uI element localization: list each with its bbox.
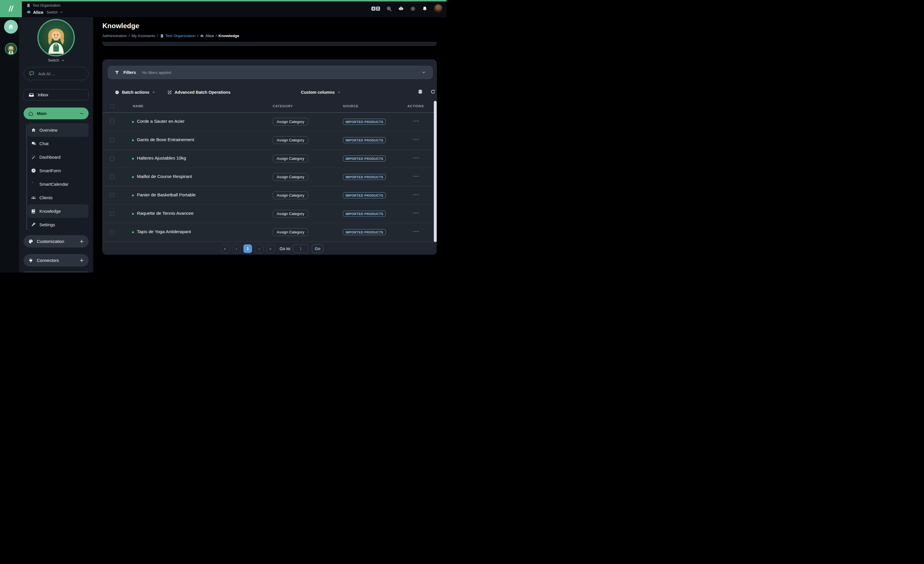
assistant-avatar-illustration <box>6 43 16 54</box>
chevron-down-icon[interactable] <box>60 10 63 14</box>
sidebar-item-label: Clients <box>39 195 52 200</box>
breadcrumb-alice[interactable]: Alice <box>200 34 214 38</box>
pagination-last-button[interactable]: » <box>266 244 275 253</box>
row-actions-button[interactable]: ••• <box>413 229 420 234</box>
row-name[interactable]: Corde a Sauter en Acier <box>137 119 184 124</box>
topbar: Test Organization Alice Switch A文 <box>0 0 447 17</box>
theme-toggle-sun-icon[interactable] <box>410 6 416 12</box>
expand-plus-icon[interactable] <box>80 239 84 244</box>
sidebar-item-inbox[interactable]: Inbox <box>24 89 88 100</box>
robot-icon <box>200 34 204 38</box>
go-button[interactable]: Go <box>312 244 323 253</box>
sidebar-item-label: SmartForm <box>39 168 61 173</box>
custom-columns-button[interactable]: Custom columns <box>301 90 340 94</box>
assign-category-button[interactable]: Assign Category <box>273 210 308 218</box>
status-dot <box>132 176 134 178</box>
assistant-switch-label[interactable]: Switch <box>46 10 57 14</box>
assistant-row[interactable]: Alice Switch <box>27 9 63 15</box>
pagination-next-button[interactable]: › <box>255 244 264 253</box>
assistant-robot-icon[interactable] <box>398 6 404 12</box>
assign-category-button[interactable]: Assign Category <box>273 191 308 199</box>
filters-label: Filters <box>123 70 136 75</box>
sidebar-item-label: Settings <box>39 222 55 227</box>
sidebar-item-settings[interactable]: Settings <box>28 218 88 231</box>
row-checkbox[interactable] <box>110 193 114 197</box>
row-actions-button[interactable]: ••• <box>413 156 420 160</box>
refresh-icon[interactable] <box>430 89 435 96</box>
expand-plus-icon[interactable] <box>80 258 84 263</box>
row-actions-button[interactable]: ••• <box>413 119 420 123</box>
row-name[interactable]: Panier de Basketball Portable <box>137 192 196 197</box>
column-header-name: NAME <box>133 104 144 108</box>
source-badge: IMPORTED PRODUCTS <box>343 119 386 125</box>
row-name[interactable]: Gants de Boxe Entrainement <box>137 137 194 142</box>
zoom-icon[interactable] <box>386 6 392 12</box>
sidebar-section-main[interactable]: Main <box>24 108 88 119</box>
pagination-page-1-button[interactable]: 1 <box>243 244 252 253</box>
top-accent-bar <box>0 0 447 1</box>
row-checkbox[interactable] <box>110 120 114 124</box>
pagination-first-button[interactable]: « <box>220 244 229 253</box>
row-checkbox[interactable] <box>110 230 114 234</box>
row-actions-button[interactable]: ••• <box>413 211 420 215</box>
row-name[interactable]: Tapis de Yoga Antiderapant <box>137 229 191 234</box>
breadcrumb-test-organization[interactable]: Test Organization <box>160 34 196 38</box>
table-scrollbar[interactable] <box>434 101 436 242</box>
assistant-avatar[interactable] <box>38 19 75 56</box>
app-logo[interactable] <box>0 0 22 17</box>
rail-assistant-avatar[interactable] <box>5 43 17 55</box>
row-actions-button[interactable]: ••• <box>413 193 420 197</box>
row-name[interactable]: Raquette de Tennis Avancee <box>137 211 194 216</box>
batch-actions-button[interactable]: Batch actions <box>115 90 155 94</box>
sidebar-item-dashboard[interactable]: Dashboard <box>28 150 88 164</box>
source-badge: IMPORTED PRODUCTS <box>343 156 386 162</box>
sidebar-section-connectors[interactable]: Connectors <box>24 254 88 266</box>
ask-ai-input[interactable]: Ask AI ... <box>24 67 88 80</box>
sidebar-item-clients[interactable]: Clients <box>28 191 88 204</box>
row-checkbox[interactable] <box>110 138 114 142</box>
breadcrumb-administration[interactable]: Administration <box>102 34 127 38</box>
assistant-switch[interactable]: Switch <box>20 58 93 62</box>
source-badge: IMPORTED PRODUCTS <box>343 211 386 217</box>
row-name[interactable]: Maillot de Course Respirant <box>137 174 192 179</box>
sidebar-item-knowledge[interactable]: Knowledge <box>28 204 88 218</box>
rail-home-button[interactable] <box>4 20 18 34</box>
sidebar-item-chat[interactable]: Chat <box>28 137 88 150</box>
goto-page-input[interactable] <box>293 244 308 253</box>
filters-bar[interactable]: Filters No filters applied <box>108 66 433 79</box>
home-icon <box>31 128 36 133</box>
row-checkbox[interactable] <box>110 212 114 216</box>
select-all-checkbox[interactable] <box>110 104 114 108</box>
assign-category-button[interactable]: Assign Category <box>273 228 308 236</box>
advanced-batch-operations-button[interactable]: Advanced Batch Operations <box>167 90 230 94</box>
sidebar-section-customization[interactable]: Customization <box>24 235 88 247</box>
collapse-minus-icon[interactable] <box>80 111 84 116</box>
scrolled-panel-edge <box>102 42 436 46</box>
data-density-icon[interactable] <box>418 89 423 96</box>
row-checkbox[interactable] <box>110 156 114 161</box>
notifications-bell-icon[interactable] <box>422 6 428 12</box>
table-row: Panier de Basketball Portable Assign Cat… <box>103 186 434 205</box>
assign-category-button[interactable]: Assign Category <box>273 136 308 144</box>
filter-funnel-icon <box>114 70 119 75</box>
user-avatar[interactable] <box>434 4 442 13</box>
edit-square-icon <box>167 90 172 94</box>
row-actions-button[interactable]: ••• <box>413 174 420 178</box>
sidebar-item-overview[interactable]: Overview <box>28 123 88 137</box>
chevron-down-icon[interactable] <box>422 70 426 75</box>
wrench-icon <box>31 222 36 227</box>
row-checkbox[interactable] <box>110 175 114 179</box>
assign-category-button[interactable]: Assign Category <box>273 173 308 181</box>
row-actions-button[interactable]: ••• <box>413 138 420 142</box>
sidebar-item-smartcalendar[interactable]: SmartCalendar <box>28 177 88 191</box>
table-row: Tapis de Yoga Antiderapant Assign Catego… <box>103 223 434 241</box>
home-icon <box>8 24 14 30</box>
assign-category-button[interactable]: Assign Category <box>273 118 308 126</box>
pagination-prev-button[interactable]: ‹ <box>232 244 241 253</box>
translate-icon[interactable]: A文 <box>371 7 380 10</box>
row-name[interactable]: Halteres Ajustables 10kg <box>137 156 186 161</box>
calendar-icon <box>31 182 36 187</box>
sidebar-item-smartform[interactable]: SmartForm <box>28 164 88 177</box>
breadcrumb-my-assistants[interactable]: My Assistants <box>132 34 155 38</box>
assign-category-button[interactable]: Assign Category <box>273 155 308 162</box>
